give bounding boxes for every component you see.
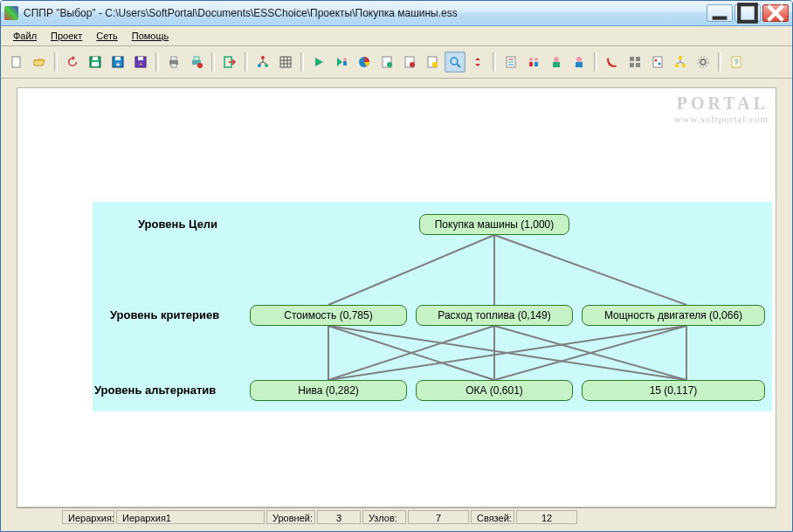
svg-rect-7 bbox=[93, 57, 98, 60]
help-button[interactable]: ? bbox=[726, 52, 747, 73]
app-icon bbox=[4, 6, 18, 20]
svg-point-24 bbox=[265, 64, 268, 67]
net-doc-button[interactable] bbox=[647, 52, 668, 73]
users-icon bbox=[527, 55, 541, 69]
toolbar-separator bbox=[300, 52, 304, 72]
doc-c-button[interactable] bbox=[422, 52, 443, 73]
pie-chart-button[interactable] bbox=[354, 52, 375, 73]
toolbar-separator bbox=[493, 52, 496, 72]
phone-button[interactable] bbox=[602, 52, 623, 73]
svg-point-63 bbox=[675, 64, 679, 67]
phone-icon bbox=[605, 55, 619, 69]
svg-line-74 bbox=[328, 326, 686, 380]
svg-text:+: + bbox=[139, 60, 143, 68]
svg-point-41 bbox=[451, 58, 458, 65]
play-icon bbox=[312, 55, 326, 69]
user-a-icon bbox=[549, 55, 563, 69]
status-hierarchy-name: Иерархия1 bbox=[116, 510, 265, 524]
experts-button[interactable] bbox=[523, 52, 544, 73]
svg-point-20 bbox=[197, 63, 203, 68]
svg-point-62 bbox=[679, 56, 682, 59]
svg-line-73 bbox=[328, 326, 494, 380]
criteria-node-2[interactable]: Расход топлива (0,149) bbox=[416, 305, 573, 326]
calculate-user-button[interactable] bbox=[331, 52, 352, 73]
gear-icon bbox=[696, 55, 710, 69]
doc-a-button[interactable] bbox=[376, 52, 397, 73]
svg-point-48 bbox=[534, 58, 538, 61]
open-file-button[interactable] bbox=[29, 52, 50, 73]
close-icon bbox=[763, 1, 788, 25]
printer-settings-button[interactable] bbox=[186, 52, 207, 73]
criteria-node-1-label: Стоимость (0,785) bbox=[284, 309, 372, 321]
svg-line-71 bbox=[494, 235, 686, 305]
svg-line-79 bbox=[494, 326, 686, 380]
watermark-brand: PORTAL bbox=[674, 93, 769, 114]
doc-b-button[interactable] bbox=[399, 52, 420, 73]
pie-chart-icon bbox=[357, 55, 371, 69]
svg-point-23 bbox=[258, 64, 261, 67]
save-button[interactable] bbox=[85, 52, 106, 73]
printer-gear-icon bbox=[190, 55, 203, 69]
toolbar-separator bbox=[594, 52, 597, 72]
expert-list-button[interactable] bbox=[500, 52, 521, 73]
maximize-icon bbox=[735, 1, 760, 25]
print-button[interactable] bbox=[163, 52, 184, 73]
menu-file[interactable]: Файл bbox=[8, 29, 42, 43]
criteria-node-2-label: Расход топлива (0,149) bbox=[438, 309, 550, 321]
svg-line-75 bbox=[328, 326, 494, 380]
workspace: PORTAL www.softportal.com Уровень Цели У… bbox=[1, 79, 792, 531]
svg-line-69 bbox=[328, 235, 494, 305]
status-links-label: Связей: bbox=[471, 510, 514, 524]
net-grid-button[interactable] bbox=[624, 52, 645, 73]
floppy-plus-icon: + bbox=[134, 55, 148, 69]
status-nodes-value: 7 bbox=[408, 510, 469, 524]
svg-rect-33 bbox=[343, 61, 347, 66]
minimize-icon bbox=[707, 1, 732, 25]
alternative-node-3[interactable]: 15 (0,117) bbox=[582, 380, 765, 401]
watermark-url: www.softportal.com bbox=[674, 114, 769, 124]
svg-marker-30 bbox=[315, 58, 323, 66]
new-file-button[interactable] bbox=[6, 52, 27, 73]
document-canvas[interactable]: PORTAL www.softportal.com Уровень Цели У… bbox=[17, 87, 776, 508]
save-plus-button[interactable]: + bbox=[130, 52, 151, 73]
alternative-node-3-label: 15 (0,117) bbox=[650, 384, 698, 397]
alternative-node-1[interactable]: Нива (0,282) bbox=[250, 380, 407, 401]
user-a-button[interactable] bbox=[546, 52, 567, 73]
goal-node[interactable]: Покупка машины (1,000) bbox=[419, 214, 569, 235]
svg-point-38 bbox=[410, 62, 415, 67]
status-bar: Иерархия: Иерархия1 Уровней: 3 Узлов: 7 … bbox=[17, 508, 776, 526]
menu-help[interactable]: Помощь bbox=[127, 29, 175, 43]
criteria-node-3[interactable]: Мощность двигателя (0,066) bbox=[582, 305, 765, 326]
svg-rect-55 bbox=[630, 57, 634, 61]
svg-rect-10 bbox=[115, 57, 121, 60]
zoom-button[interactable] bbox=[445, 52, 465, 73]
label-alternatives-level: Уровень альтернатив bbox=[94, 383, 216, 397]
svg-point-36 bbox=[387, 62, 392, 67]
label-criteria-level: Уровень критериев bbox=[110, 308, 219, 321]
hierarchy-button[interactable] bbox=[252, 52, 273, 73]
expand-button[interactable] bbox=[467, 52, 488, 73]
app-window: СППР "Выбор" - C:\Users\SoftPortal\Docum… bbox=[0, 0, 793, 532]
criteria-node-1[interactable]: Стоимость (0,785) bbox=[250, 305, 407, 326]
svg-point-65 bbox=[700, 59, 706, 65]
refresh-button[interactable] bbox=[62, 52, 83, 73]
menu-project[interactable]: Проект bbox=[45, 29, 87, 43]
user-b-button[interactable] bbox=[569, 52, 590, 73]
svg-point-61 bbox=[659, 63, 661, 66]
maximize-button[interactable] bbox=[734, 4, 761, 22]
matrix-button[interactable] bbox=[275, 52, 296, 73]
save-special-button[interactable]: ★ bbox=[107, 52, 128, 73]
calculate-button[interactable] bbox=[308, 52, 329, 73]
minimize-button[interactable] bbox=[707, 4, 733, 22]
net-config-button[interactable] bbox=[693, 52, 714, 73]
toolbar-separator bbox=[54, 52, 58, 72]
close-button[interactable] bbox=[762, 4, 789, 22]
net-tree-button[interactable] bbox=[670, 52, 691, 73]
svg-line-77 bbox=[494, 326, 686, 380]
net-grid-icon bbox=[628, 55, 642, 69]
alternative-node-2[interactable]: ОКА (0,601) bbox=[416, 380, 573, 401]
exit-button[interactable] bbox=[219, 52, 240, 73]
menu-network[interactable]: Сеть bbox=[91, 29, 122, 43]
title-bar: СППР "Выбор" - C:\Users\SoftPortal\Docum… bbox=[1, 1, 792, 26]
watermark: PORTAL www.softportal.com bbox=[674, 93, 769, 124]
